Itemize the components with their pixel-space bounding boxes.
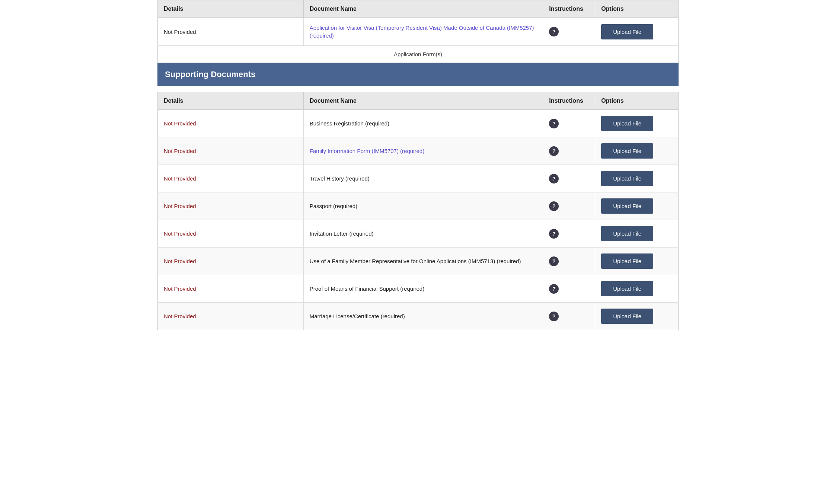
table-row: Not ProvidedPassport (required)?Upload F… bbox=[158, 192, 679, 220]
support-row-details: Not Provided bbox=[158, 303, 304, 330]
app-row-options: Upload File bbox=[595, 18, 679, 46]
upload-file-button[interactable]: Upload File bbox=[601, 24, 653, 39]
support-row-options: Upload File bbox=[595, 192, 679, 220]
upload-file-button[interactable]: Upload File bbox=[601, 281, 653, 296]
table-row: Not ProvidedApplication for Visitor Visa… bbox=[158, 18, 679, 46]
question-icon[interactable]: ? bbox=[549, 229, 559, 239]
support-row-instructions: ? bbox=[543, 248, 595, 275]
table-row: Not ProvidedTravel History (required)?Up… bbox=[158, 165, 679, 192]
support-row-docname: Passport (required) bbox=[303, 192, 543, 220]
upload-file-button[interactable]: Upload File bbox=[601, 116, 653, 131]
support-row-options: Upload File bbox=[595, 220, 679, 248]
upload-file-button[interactable]: Upload File bbox=[601, 226, 653, 241]
question-icon[interactable]: ? bbox=[549, 27, 559, 36]
support-row-instructions: ? bbox=[543, 275, 595, 303]
support-header-docname: Document Name bbox=[303, 92, 543, 110]
support-row-instructions: ? bbox=[543, 220, 595, 248]
document-name-text: Use of a Family Member Representative fo… bbox=[310, 258, 521, 264]
app-forms-header-instructions: Instructions bbox=[543, 0, 595, 18]
support-header-details: Details bbox=[158, 92, 304, 110]
support-row-instructions: ? bbox=[543, 192, 595, 220]
support-row-options: Upload File bbox=[595, 165, 679, 192]
app-row-docname: Application for Visitor Visa (Temporary … bbox=[303, 18, 543, 46]
support-row-options: Upload File bbox=[595, 248, 679, 275]
upload-file-button[interactable]: Upload File bbox=[601, 143, 653, 159]
table-row: Not ProvidedUse of a Family Member Repre… bbox=[158, 248, 679, 275]
document-name-link[interactable]: Family Information Form (IMM5707) (requi… bbox=[310, 148, 424, 154]
support-row-options: Upload File bbox=[595, 303, 679, 330]
support-row-options: Upload File bbox=[595, 275, 679, 303]
document-name-text: Invitation Letter (required) bbox=[310, 230, 374, 237]
support-row-instructions: ? bbox=[543, 165, 595, 192]
support-row-instructions: ? bbox=[543, 137, 595, 165]
not-provided-label: Not Provided bbox=[164, 148, 196, 154]
document-name-text: Travel History (required) bbox=[310, 175, 370, 182]
supporting-docs-table: Details Document Name Instructions Optio… bbox=[157, 92, 679, 330]
support-row-docname: Use of a Family Member Representative fo… bbox=[303, 248, 543, 275]
app-forms-header-options: Options bbox=[595, 0, 679, 18]
upload-file-button[interactable]: Upload File bbox=[601, 198, 653, 214]
app-row-details: Not Provided bbox=[158, 18, 304, 46]
app-forms-section-label: Application Form(s) bbox=[157, 46, 679, 63]
question-icon[interactable]: ? bbox=[549, 312, 559, 321]
upload-file-button[interactable]: Upload File bbox=[601, 253, 653, 269]
question-icon[interactable]: ? bbox=[549, 174, 559, 184]
support-row-details: Not Provided bbox=[158, 192, 304, 220]
app-forms-table: Details Document Name Instructions Optio… bbox=[157, 0, 679, 46]
not-provided-label: Not Provided bbox=[164, 286, 196, 292]
support-row-details: Not Provided bbox=[158, 165, 304, 192]
not-provided-label: Not Provided bbox=[164, 258, 196, 264]
support-row-instructions: ? bbox=[543, 303, 595, 330]
question-icon[interactable]: ? bbox=[549, 146, 559, 156]
app-forms-header-details: Details bbox=[158, 0, 304, 18]
support-row-docname: Family Information Form (IMM5707) (requi… bbox=[303, 137, 543, 165]
supporting-docs-title: Supporting Documents bbox=[165, 70, 671, 79]
question-icon[interactable]: ? bbox=[549, 284, 559, 294]
not-provided-label: Not Provided bbox=[164, 29, 196, 35]
document-name-link[interactable]: Application for Visitor Visa (Temporary … bbox=[310, 25, 534, 39]
support-row-options: Upload File bbox=[595, 110, 679, 137]
support-row-details: Not Provided bbox=[158, 248, 304, 275]
not-provided-label: Not Provided bbox=[164, 203, 196, 209]
support-header-options: Options bbox=[595, 92, 679, 110]
document-name-text: Passport (required) bbox=[310, 203, 357, 209]
table-row: Not ProvidedProof of Means of Financial … bbox=[158, 275, 679, 303]
support-row-options: Upload File bbox=[595, 137, 679, 165]
document-name-text: Proof of Means of Financial Support (req… bbox=[310, 286, 425, 292]
not-provided-label: Not Provided bbox=[164, 313, 196, 319]
document-name-text: Marriage License/Certificate (required) bbox=[310, 313, 405, 319]
not-provided-label: Not Provided bbox=[164, 175, 196, 182]
not-provided-label: Not Provided bbox=[164, 230, 196, 237]
page-wrapper: Details Document Name Instructions Optio… bbox=[157, 0, 679, 330]
table-row: Not ProvidedFamily Information Form (IMM… bbox=[158, 137, 679, 165]
upload-file-button[interactable]: Upload File bbox=[601, 171, 653, 186]
support-row-docname: Invitation Letter (required) bbox=[303, 220, 543, 248]
question-icon[interactable]: ? bbox=[549, 256, 559, 266]
support-row-instructions: ? bbox=[543, 110, 595, 137]
question-icon[interactable]: ? bbox=[549, 201, 559, 211]
support-row-details: Not Provided bbox=[158, 137, 304, 165]
support-header-instructions: Instructions bbox=[543, 92, 595, 110]
support-row-docname: Travel History (required) bbox=[303, 165, 543, 192]
support-row-details: Not Provided bbox=[158, 220, 304, 248]
document-name-text: Business Registration (required) bbox=[310, 120, 389, 127]
table-row: Not ProvidedBusiness Registration (requi… bbox=[158, 110, 679, 137]
upload-file-button[interactable]: Upload File bbox=[601, 309, 653, 324]
support-row-docname: Business Registration (required) bbox=[303, 110, 543, 137]
not-provided-label: Not Provided bbox=[164, 120, 196, 127]
table-row: Not ProvidedInvitation Letter (required)… bbox=[158, 220, 679, 248]
support-row-details: Not Provided bbox=[158, 275, 304, 303]
support-row-docname: Marriage License/Certificate (required) bbox=[303, 303, 543, 330]
support-row-details: Not Provided bbox=[158, 110, 304, 137]
question-icon[interactable]: ? bbox=[549, 119, 559, 128]
support-row-docname: Proof of Means of Financial Support (req… bbox=[303, 275, 543, 303]
supporting-docs-header: Supporting Documents bbox=[157, 63, 679, 86]
app-forms-header-docname: Document Name bbox=[303, 0, 543, 18]
app-row-instructions: ? bbox=[543, 18, 595, 46]
table-row: Not ProvidedMarriage License/Certificate… bbox=[158, 303, 679, 330]
